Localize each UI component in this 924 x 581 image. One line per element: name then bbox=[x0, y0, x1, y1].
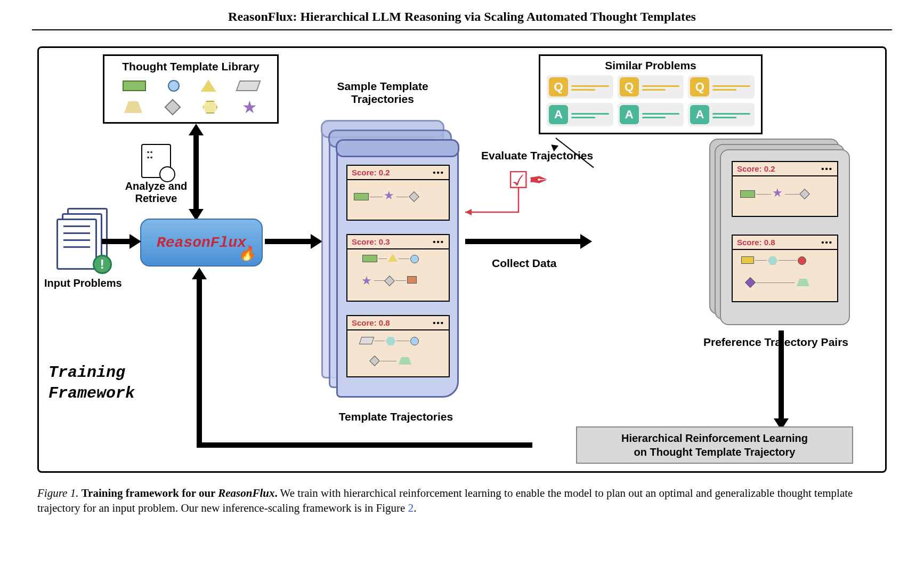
answer-card: A bbox=[618, 103, 684, 126]
arrow-preference-to-hrl bbox=[779, 330, 784, 421]
template-shape-trapezoid-icon bbox=[124, 101, 142, 113]
training-framework-label: Training Framework bbox=[48, 362, 135, 404]
connector-line bbox=[378, 259, 387, 259]
analyze-label-1: Analyze and bbox=[108, 180, 204, 192]
question-card: Q bbox=[688, 75, 755, 99]
a-badge-icon: A bbox=[620, 105, 639, 124]
ellipsis-icon: ••• bbox=[433, 168, 444, 177]
preference-pairs-label: Preference Trajectory Pairs bbox=[693, 336, 858, 349]
analyze-label-2: Retrieve bbox=[108, 192, 204, 205]
mini-rect-icon bbox=[362, 255, 377, 262]
ellipsis-icon: ••• bbox=[433, 318, 444, 327]
tf-line-1: Training bbox=[48, 362, 135, 383]
scroll-page-front: Score: 0.2••• ★ Score: 0.3••• ★ bbox=[336, 147, 459, 398]
svg-marker-0 bbox=[465, 209, 472, 215]
score-label: Score: 0.8 bbox=[352, 318, 390, 327]
score-label: Score: 0.2 bbox=[737, 164, 775, 173]
library-shapes-row-1 bbox=[112, 77, 270, 94]
analyze-document-magnifier-icon: ∘∘∘∘ bbox=[141, 144, 171, 178]
input-problems-block: ! Input Problems bbox=[44, 208, 122, 289]
connector-line bbox=[755, 260, 767, 261]
caption-tail: . bbox=[414, 502, 416, 514]
score-label: Score: 0.8 bbox=[737, 238, 775, 247]
sample-label-2: Trajectories bbox=[321, 93, 444, 106]
arrow-head-right-icon bbox=[311, 234, 322, 249]
figure-1-diagram: Thought Template Library ★ ∘∘∘∘ Analyze … bbox=[37, 46, 887, 473]
preference-pairs-stack: Score: 0.2••• ★ Score: 0.8••• bbox=[709, 139, 848, 325]
mini-rect-orange-icon bbox=[407, 276, 417, 284]
question-card: Q bbox=[618, 75, 684, 99]
score-label: Score: 0.3 bbox=[352, 237, 390, 246]
score-label: Score: 0.2 bbox=[352, 168, 390, 177]
connector-line bbox=[396, 197, 408, 197]
mini-circle-icon bbox=[410, 337, 419, 345]
tf-line-2: Framework bbox=[48, 383, 135, 404]
mini-star-icon: ★ bbox=[384, 190, 394, 201]
template-trajectories-label: Template Trajectories bbox=[327, 410, 465, 423]
connector-line bbox=[374, 341, 385, 341]
question-card: Q bbox=[547, 75, 613, 99]
mini-circle-icon bbox=[410, 255, 419, 263]
q-badge-icon: Q bbox=[549, 77, 568, 96]
input-problems-label: Input Problems bbox=[44, 277, 122, 289]
ellipsis-icon: ••• bbox=[433, 237, 444, 246]
arrow-head-right-icon bbox=[580, 234, 592, 249]
mini-diamond-icon bbox=[384, 276, 395, 286]
template-shape-hexagon-icon bbox=[202, 101, 217, 114]
ellipsis-icon: ••• bbox=[821, 164, 833, 173]
trajectory-card: Score: 0.8••• bbox=[346, 315, 450, 377]
connector-line bbox=[756, 283, 795, 283]
mini-triangle-icon bbox=[388, 254, 398, 262]
mini-parallelogram-icon bbox=[359, 337, 375, 344]
mini-circle-red-icon bbox=[798, 256, 806, 265]
answer-card: A bbox=[547, 103, 613, 126]
arrow-library-reasonflux bbox=[193, 128, 199, 213]
caption-model-name: ReasonFlux bbox=[218, 487, 274, 499]
mini-diamond-icon bbox=[799, 189, 810, 199]
caption-bold-prefix: Training framework for our bbox=[82, 487, 215, 499]
connector-line bbox=[396, 341, 409, 341]
reasonflux-module: ReasonFlux 🔥 bbox=[140, 219, 263, 267]
ellipsis-icon: ••• bbox=[821, 238, 833, 247]
trajectory-card: Score: 0.2••• ★ bbox=[346, 165, 450, 221]
template-shape-diamond-icon bbox=[164, 99, 181, 115]
a-badge-icon: A bbox=[690, 105, 709, 124]
template-shape-triangle-icon bbox=[201, 80, 216, 92]
q-badge-icon: Q bbox=[620, 77, 639, 96]
mini-diamond-icon bbox=[369, 356, 380, 366]
mini-hexagon-icon bbox=[386, 337, 395, 345]
arrow-head-up-icon bbox=[192, 268, 207, 279]
mini-diamond-purple-icon bbox=[745, 277, 756, 288]
paper-running-title: ReasonFlux: Hierarchical LLM Reasoning v… bbox=[32, 0, 892, 30]
mini-trapezoid-icon bbox=[399, 357, 411, 365]
hrl-line-1: Hierarchical Reinforcement Learning bbox=[621, 431, 808, 445]
collect-data-label: Collect Data bbox=[492, 257, 556, 270]
connector-line bbox=[779, 260, 797, 261]
mini-star-icon: ★ bbox=[772, 187, 783, 199]
sample-trajectories-label: Sample Template Trajectories bbox=[321, 80, 444, 106]
mini-rect-yellow-icon bbox=[741, 256, 754, 264]
exclamation-badge-icon: ! bbox=[93, 255, 112, 274]
connector-line bbox=[399, 259, 409, 259]
connector-line bbox=[395, 280, 406, 281]
figure-caption: Figure 1. Training framework for our Rea… bbox=[37, 486, 887, 516]
figure-number: Figure 1. bbox=[37, 487, 78, 499]
template-shape-circle-icon bbox=[168, 80, 180, 92]
trajectory-card: Score: 0.3••• ★ bbox=[346, 234, 450, 302]
similar-problems-title: Similar Problems bbox=[547, 59, 755, 72]
library-shapes-row-2: ★ bbox=[112, 99, 270, 116]
fire-icon: 🔥 bbox=[238, 245, 255, 262]
arrow-head-up-icon bbox=[189, 124, 204, 135]
connector-line bbox=[785, 194, 799, 195]
mini-star-icon: ★ bbox=[361, 275, 372, 287]
pref-card-front: Score: 0.2••• ★ Score: 0.8••• bbox=[720, 149, 850, 325]
mini-diamond-icon bbox=[409, 191, 419, 202]
arrow-hrl-feedback-vertical bbox=[197, 272, 202, 448]
arrow-hrl-feedback-horizontal bbox=[197, 442, 532, 448]
evaluate-trajectories-label: Evaluate Trajectories bbox=[481, 149, 593, 162]
figure-reference-link[interactable]: 2 bbox=[408, 502, 414, 514]
mini-hexagon-icon bbox=[768, 256, 777, 265]
connector-line bbox=[374, 280, 385, 281]
template-shape-rectangle-icon bbox=[123, 80, 146, 91]
analyze-retrieve-block: ∘∘∘∘ Analyze and Retrieve bbox=[108, 144, 204, 205]
